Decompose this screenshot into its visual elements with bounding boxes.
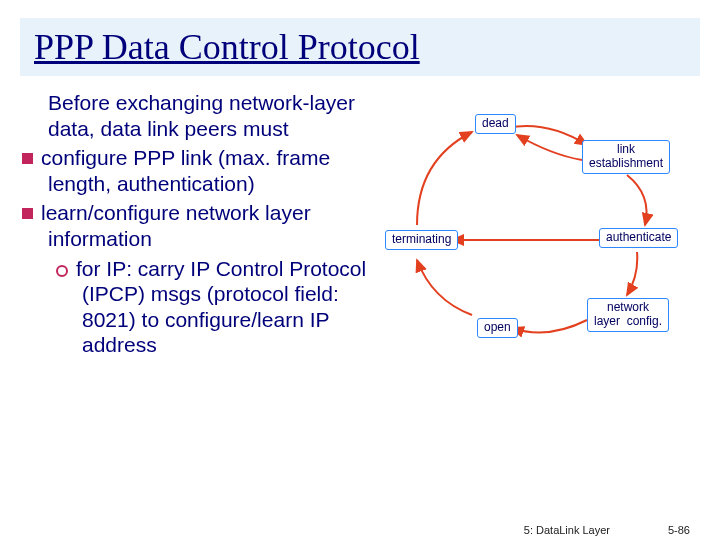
node-terminating: terminating — [385, 230, 458, 250]
bullet-1-text: configure PPP link (max. frame length, a… — [41, 146, 330, 195]
square-bullet-icon — [22, 153, 33, 164]
bullet-1: configure PPP link (max. frame length, a… — [22, 145, 367, 196]
intro-text: Before exchanging network-layer data, da… — [22, 90, 367, 141]
title-bar: PPP Data Control Protocol — [20, 18, 700, 76]
node-authenticate: authenticate — [599, 228, 678, 248]
footer-page: 5-86 — [668, 524, 690, 536]
text-column: Before exchanging network-layer data, da… — [22, 90, 367, 380]
bullet-2: learn/configure network layer informatio… — [22, 200, 367, 251]
circle-bullet-icon — [56, 265, 68, 277]
node-open: open — [477, 318, 518, 338]
subbullet-1-text: for IP: carry IP Control Protocol (IPCP)… — [76, 257, 366, 357]
node-network-layer-config: networklayer config. — [587, 298, 669, 332]
content-row: Before exchanging network-layer data, da… — [22, 90, 700, 380]
slide-title: PPP Data Control Protocol — [34, 26, 686, 68]
node-dead: dead — [475, 114, 516, 134]
state-diagram: dead linkestablishment authenticate netw… — [377, 100, 677, 380]
bullet-2-text: learn/configure network layer informatio… — [41, 201, 311, 250]
node-link-establishment: linkestablishment — [582, 140, 670, 174]
square-bullet-icon — [22, 208, 33, 219]
footer-section: 5: DataLink Layer — [524, 524, 610, 536]
subbullet-1: for IP: carry IP Control Protocol (IPCP)… — [22, 256, 367, 358]
